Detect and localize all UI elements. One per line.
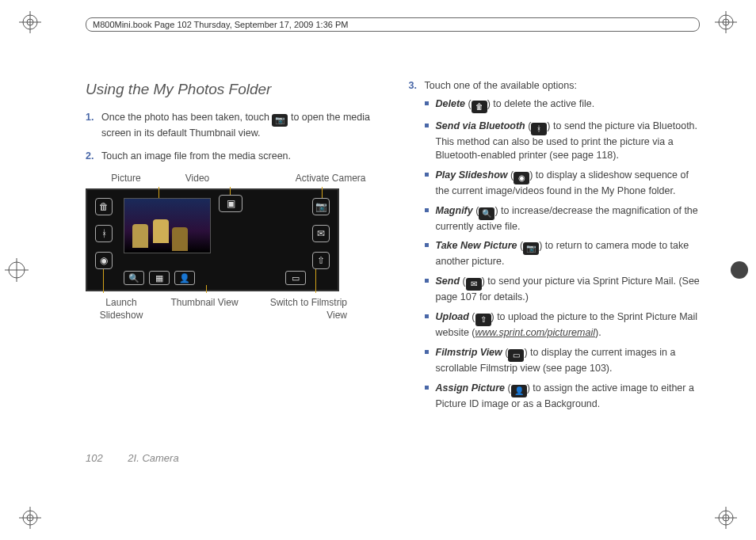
option-name: Delete xyxy=(436,98,466,109)
upload-icon: ⇧ xyxy=(312,252,330,269)
thumbnail-view-diagram: Picture Video Activate Camera ▣ 🗑 ᚼ ◉ 📷 … xyxy=(86,172,377,321)
option-magnify: Magnify (🔍) to increase/decrease the mag… xyxy=(425,204,701,234)
option-name: Assign Picture xyxy=(436,382,506,394)
callout-line xyxy=(315,269,316,293)
registration-mark-bottom-right xyxy=(715,507,737,529)
option-send-bluetooth: Send via Bluetooth (ᚼ) to send the pictu… xyxy=(425,120,701,162)
paren: ( xyxy=(465,98,472,109)
section-label: 2I. Camera xyxy=(128,452,178,464)
camera-mode-icon: 📷 xyxy=(312,198,330,215)
page-footer: 102 2I. Camera xyxy=(86,452,179,464)
delete-icon: 🗑 xyxy=(472,101,487,113)
page-content: Using the My Photos Folder Once the phot… xyxy=(86,79,700,420)
crop-mark-right xyxy=(727,258,751,282)
option-play-slideshow: Play Slideshow (◉) to display a slidesho… xyxy=(425,169,701,198)
page-number: 102 xyxy=(86,452,103,464)
label-thumbnail-view: Thumbnail View xyxy=(157,296,252,321)
magnify-icon: 🔍 xyxy=(479,207,494,220)
paren: ) xyxy=(547,120,553,131)
section-title: Using the My Photos Folder xyxy=(86,79,377,100)
step-3: Touch one of the available options: Dele… xyxy=(409,79,701,411)
callout-line xyxy=(158,187,159,198)
paren: ( xyxy=(469,311,475,322)
option-name: Filmstrip View xyxy=(436,347,502,358)
paren: ( xyxy=(460,276,466,287)
bottom-icon-bar: 🔍 ▦ 👤 ▭ xyxy=(124,271,306,285)
option-filmstrip-view: Filmstrip View (▭) to display the curren… xyxy=(425,346,701,375)
registration-mark-top-left xyxy=(19,11,41,33)
option-take-new-picture: Take New Picture (📷) to return to camera… xyxy=(425,239,701,268)
thumbnail-grid-icon: ▦ xyxy=(149,271,170,285)
play-slideshow-icon: ◉ xyxy=(514,172,529,184)
option-upload: Upload (⇧) to upload the picture to the … xyxy=(425,310,701,340)
camera-icon: 📷 xyxy=(272,114,288,127)
photo-thumbnail xyxy=(124,198,211,253)
paren: ( xyxy=(517,240,524,251)
diagram-bottom-labels: Launch Slideshow Thumbnail View Switch t… xyxy=(86,291,347,321)
option-send: Send (✉) to send your picture via Sprint… xyxy=(425,275,701,304)
callout-line xyxy=(206,285,207,293)
paren: ) xyxy=(494,205,501,216)
column-right: Touch one of the available options: Dele… xyxy=(409,79,701,420)
bluetooth-icon: ᚼ xyxy=(531,123,547,135)
mail-icon: ✉ xyxy=(466,278,482,291)
step-2: Touch an image file from the media scree… xyxy=(86,150,377,163)
registration-mark-bottom-left xyxy=(19,507,41,529)
filmstrip-icon: ▭ xyxy=(508,349,524,362)
paren: ( xyxy=(505,382,511,394)
column-left: Using the My Photos Folder Once the phot… xyxy=(86,79,377,420)
mail-icon: ✉ xyxy=(312,225,330,242)
magnify-icon: 🔍 xyxy=(124,271,144,285)
filmstrip-icon: ▭ xyxy=(285,271,306,285)
label-launch-slideshow: Launch Slideshow xyxy=(86,296,157,321)
step-3-intro: Touch one of the available options: xyxy=(425,80,578,91)
label-video: Video xyxy=(162,172,233,184)
assign-icon: 👤 xyxy=(174,271,195,285)
bluetooth-icon: ᚼ xyxy=(95,225,113,242)
step-1-text-a: Once the photo has been taken, touch xyxy=(101,112,272,123)
callout-line xyxy=(230,187,231,195)
option-desc: to delete the active file. xyxy=(493,98,594,109)
camera-icon: 📷 xyxy=(523,242,539,255)
play-slideshow-icon: ◉ xyxy=(95,252,113,269)
paren: ( xyxy=(525,120,532,131)
step-1: Once the photo has been taken, touch 📷 t… xyxy=(86,111,377,140)
option-name: Take New Picture xyxy=(436,240,517,251)
callout-line xyxy=(322,187,323,198)
option-name: Play Slideshow xyxy=(436,169,508,181)
option-name: Send via Bluetooth xyxy=(436,120,525,131)
paren: ( xyxy=(508,169,514,181)
option-delete: Delete (🗑) to delete the active file. xyxy=(425,97,701,113)
crop-mark-left xyxy=(5,258,29,282)
upload-url: www.sprint.com/picturemail xyxy=(475,327,595,338)
paren: ) xyxy=(529,169,536,181)
paren: ) xyxy=(539,240,545,251)
video-icon: ▣ xyxy=(219,195,242,212)
option-name: Send xyxy=(436,276,460,287)
option-assign-picture: Assign Picture (👤) to assign the active … xyxy=(425,382,701,411)
assign-icon: 👤 xyxy=(511,385,527,397)
option-name: Magnify xyxy=(436,205,473,216)
paren: ) xyxy=(491,311,498,322)
callout-line xyxy=(103,269,104,293)
page-header-slug: M800Mini.book Page 102 Thursday, Septemb… xyxy=(86,17,700,32)
delete-icon: 🗑 xyxy=(95,198,113,215)
paren: ( xyxy=(502,347,509,358)
registration-mark-top-right xyxy=(715,11,737,33)
label-activate-camera: Activate Camera xyxy=(233,172,372,184)
label-picture: Picture xyxy=(90,172,162,184)
label-switch-filmstrip: Switch to Filmstrip View xyxy=(252,296,347,321)
diagram-top-labels: Picture Video Activate Camera xyxy=(86,172,377,188)
option-name: Upload xyxy=(436,311,469,322)
option-desc-b: ). xyxy=(595,327,601,338)
phone-screen-mock: ▣ 🗑 ᚼ ◉ 📷 ✉ ⇧ 🔍 ▦ 👤 ▭ xyxy=(86,188,339,291)
paren: ) xyxy=(524,347,530,358)
upload-icon: ⇧ xyxy=(475,314,491,326)
paren: ( xyxy=(473,205,479,216)
